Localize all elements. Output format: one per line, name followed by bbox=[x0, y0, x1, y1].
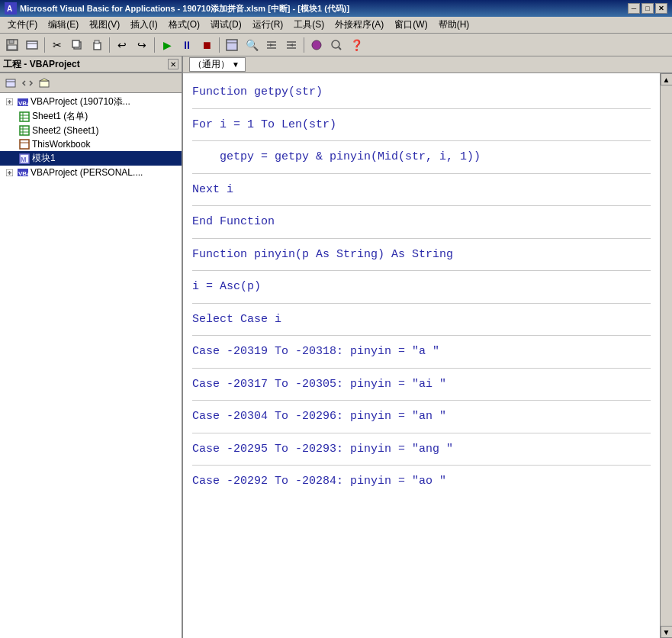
tree-label-vbaproject-2: VBAProject (PERSONAL.... bbox=[31, 167, 143, 178]
pause-button[interactable]: ⏸ bbox=[178, 36, 196, 54]
menu-file[interactable]: 文件(F) bbox=[3, 17, 42, 33]
main-area: 工程 - VBAProject ✕ VBA VBAP bbox=[0, 56, 672, 638]
cut-button[interactable]: ✂ bbox=[48, 36, 66, 54]
save-button[interactable] bbox=[3, 36, 21, 54]
svg-text:VBA: VBA bbox=[18, 100, 29, 107]
code-line: i = Asc(p) bbox=[192, 274, 651, 300]
svg-rect-24 bbox=[6, 79, 15, 87]
sidebar-toolbar bbox=[0, 73, 182, 93]
code-body-wrapper: Function getpy(str)For i = 1 To Len(str)… bbox=[183, 73, 672, 638]
close-button[interactable]: ✕ bbox=[655, 3, 667, 14]
menu-help[interactable]: 帮助(H) bbox=[434, 17, 474, 33]
tree-label-sheet2: Sheet2 (Sheet1) bbox=[32, 125, 98, 136]
code-separator bbox=[192, 368, 651, 369]
menu-addins[interactable]: 外接程序(A) bbox=[330, 17, 388, 33]
code-module-dropdown-icon[interactable]: ▼ bbox=[232, 60, 240, 69]
code-line: Case -20292 To -20284: pinyin = "ao " bbox=[192, 469, 651, 495]
svg-marker-16 bbox=[270, 44, 273, 47]
tree-vbaproject-1[interactable]: VBA VBAProject (190710添... bbox=[0, 95, 182, 109]
watch-button[interactable] bbox=[327, 36, 346, 54]
svg-text:M: M bbox=[21, 156, 27, 163]
redo-button[interactable]: ↪ bbox=[133, 36, 151, 54]
run-button[interactable]: ▶ bbox=[158, 36, 176, 54]
menu-tools[interactable]: 工具(S) bbox=[289, 17, 329, 33]
tree-module1[interactable]: M 模块1 bbox=[0, 151, 182, 166]
expand-icon-1 bbox=[3, 96, 15, 108]
sidebar-view-object-btn[interactable] bbox=[3, 76, 18, 91]
scroll-down-button[interactable]: ▼ bbox=[661, 626, 673, 638]
menu-window[interactable]: 窗口(W) bbox=[390, 17, 432, 33]
paste-button[interactable] bbox=[88, 36, 106, 54]
code-line: Function pinyin(p As String) As String bbox=[192, 242, 651, 268]
code-separator bbox=[192, 335, 651, 336]
workbook-icon bbox=[18, 138, 31, 150]
app-icon: A bbox=[5, 2, 17, 14]
code-separator bbox=[192, 303, 651, 304]
help-button[interactable]: ❓ bbox=[347, 36, 365, 54]
svg-marker-20 bbox=[290, 44, 293, 47]
code-line: Case -20317 To -20305: pinyin = "ai " bbox=[192, 372, 651, 398]
code-separator bbox=[192, 205, 651, 206]
svg-rect-4 bbox=[8, 45, 17, 50]
minimize-button[interactable]: ─ bbox=[628, 3, 640, 14]
breakpoint-button[interactable] bbox=[307, 36, 326, 54]
scroll-up-button[interactable]: ▲ bbox=[661, 73, 673, 85]
svg-rect-41 bbox=[20, 140, 29, 149]
svg-rect-26 bbox=[40, 81, 49, 87]
code-separator bbox=[192, 173, 651, 174]
tree-sheet1[interactable]: Sheet1 (名单) bbox=[0, 109, 182, 124]
tree-thisworkbook[interactable]: ThisWorkbook bbox=[0, 137, 182, 151]
menu-edit[interactable]: 编辑(E) bbox=[43, 17, 83, 33]
svg-rect-5 bbox=[27, 41, 37, 49]
toolbar-sep-2 bbox=[109, 37, 110, 53]
svg-point-21 bbox=[312, 40, 321, 50]
title-bar: A Microsoft Visual Basic for Application… bbox=[0, 0, 672, 17]
module1-icon: M bbox=[18, 153, 31, 165]
sidebar: 工程 - VBAProject ✕ VBA VBAP bbox=[0, 56, 183, 638]
svg-rect-37 bbox=[20, 126, 29, 135]
search-button[interactable]: 🔍 bbox=[243, 36, 261, 54]
stop-button[interactable]: ⏹ bbox=[198, 36, 216, 54]
code-line: For i = 1 To Len(str) bbox=[192, 112, 651, 138]
menu-run[interactable]: 运行(R) bbox=[248, 17, 288, 33]
sidebar-toggle-btn[interactable] bbox=[37, 76, 52, 91]
tree-label-thisworkbook: ThisWorkbook bbox=[32, 139, 90, 150]
tree-sheet2[interactable]: Sheet2 (Sheet1) bbox=[0, 124, 182, 137]
svg-point-22 bbox=[332, 40, 339, 48]
vertical-scrollbar[interactable]: ▲ ▼ bbox=[660, 73, 672, 638]
code-header: （通用） ▼ bbox=[183, 56, 672, 73]
unindent-button[interactable] bbox=[282, 36, 301, 54]
menu-debug[interactable]: 调试(D) bbox=[206, 17, 246, 33]
code-line: getpy = getpy & pinyin(Mid(str, i, 1)) bbox=[192, 144, 651, 170]
code-line: Case -20304 To -20296: pinyin = "an " bbox=[192, 404, 651, 430]
sidebar-view-code-btn[interactable] bbox=[20, 76, 35, 91]
menu-insert[interactable]: 插入(I) bbox=[126, 17, 162, 33]
menu-format[interactable]: 格式(O) bbox=[164, 17, 204, 33]
menu-bar: 文件(F) 编辑(E) 视图(V) 插入(I) 格式(O) 调试(D) 运行(R… bbox=[0, 17, 672, 34]
tree-vbaproject-2[interactable]: VBA VBAProject (PERSONAL.... bbox=[0, 166, 182, 179]
indent-button[interactable] bbox=[262, 36, 281, 54]
insert-userform-button[interactable] bbox=[23, 36, 41, 54]
scroll-track[interactable] bbox=[661, 85, 672, 626]
svg-rect-10 bbox=[95, 40, 99, 44]
code-panel: （通用） ▼ Function getpy(str)For i = 1 To L… bbox=[183, 56, 672, 638]
code-separator bbox=[192, 433, 651, 433]
menu-view[interactable]: 视图(V) bbox=[85, 17, 124, 33]
sidebar-title: 工程 - VBAProject bbox=[3, 58, 80, 71]
code-separator bbox=[192, 140, 651, 141]
copy-button[interactable] bbox=[68, 36, 86, 54]
userform-button[interactable] bbox=[223, 36, 241, 54]
tree-label-sheet1: Sheet1 (名单) bbox=[32, 110, 88, 123]
project-tree: VBA VBAProject (190710添... Sheet1 (名单) S… bbox=[0, 93, 182, 638]
svg-rect-3 bbox=[9, 40, 14, 44]
title-bar-buttons: ─ □ ✕ bbox=[628, 3, 667, 14]
toolbar: ✂ ↩ ↪ ▶ ⏸ ⏹ 🔍 ❓ bbox=[0, 34, 672, 56]
maximize-button[interactable]: □ bbox=[641, 3, 654, 14]
code-separator bbox=[192, 108, 651, 109]
sidebar-close-button[interactable]: ✕ bbox=[168, 59, 178, 69]
code-content[interactable]: Function getpy(str)For i = 1 To Len(str)… bbox=[183, 73, 660, 638]
undo-button[interactable]: ↩ bbox=[113, 36, 131, 54]
code-separator bbox=[192, 400, 651, 401]
code-line: Select Case i bbox=[192, 307, 651, 333]
vbaproject-icon-2: VBA bbox=[17, 166, 29, 179]
